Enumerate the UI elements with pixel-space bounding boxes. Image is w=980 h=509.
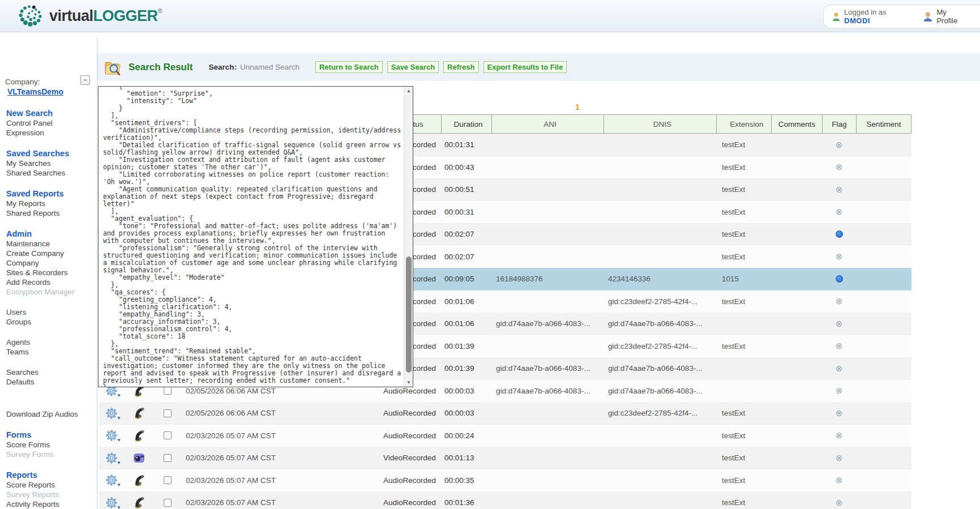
row-duration-cell: 00:01:06 — [441, 313, 491, 335]
row-flag-cell: ⊗ — [822, 469, 856, 492]
sidebar-item-expression[interactable]: Expression — [6, 128, 96, 138]
flag-circle-x-icon[interactable]: ⊗ — [836, 363, 843, 374]
table-row[interactable]: ▼ 02/03/2026 05:07 AM CSTVideoRecorded00… — [99, 447, 911, 469]
sidebar-collapse-button[interactable]: − — [80, 75, 90, 85]
row-actions-gear-icon[interactable]: ▼ — [106, 452, 118, 464]
my-profile[interactable]: My Profile — [923, 8, 968, 25]
column-header-sentiment[interactable]: Sentiment — [856, 114, 911, 134]
audio-speaker-icon[interactable] — [133, 474, 146, 487]
sidebar-item-shared-reports[interactable]: Shared Reports — [6, 208, 96, 218]
flag-circle-x-icon[interactable]: ⊗ — [836, 319, 843, 329]
return-to-search-button[interactable]: Return to Search — [315, 61, 383, 73]
table-row[interactable]: ▼ 02/03/2026 05:07 AM CSTAudioRecorded00… — [99, 491, 911, 509]
flag-circle-x-icon[interactable]: ⊗ — [836, 251, 843, 262]
page-number[interactable]: 1 — [565, 102, 590, 112]
scrollbar-thumb[interactable] — [406, 256, 412, 373]
sidebar-item-searches[interactable]: Searches — [6, 367, 96, 377]
table-row[interactable]: ▼ 02/03/2026 05:07 AM CSTAudioRecorded00… — [99, 469, 911, 492]
flag-circle-x-icon[interactable]: ⊗ — [836, 475, 843, 485]
row-checkbox[interactable] — [164, 476, 172, 484]
row-checkbox[interactable] — [164, 454, 172, 462]
sidebar-item-score-forms[interactable]: Score Forms — [6, 440, 96, 450]
flag-circle-x-icon[interactable]: ⊗ — [836, 207, 843, 217]
export-results-to-file-button[interactable]: Export Results to File — [483, 61, 567, 73]
column-header-ani[interactable]: ANI — [491, 114, 604, 134]
row-checkbox[interactable] — [164, 499, 172, 507]
sidebar-item-shared-searches[interactable]: Shared Searches — [6, 168, 96, 178]
row-extension-cell: testExt — [716, 223, 771, 246]
table-row[interactable]: ▼ 02/03/2026 05:07 AM CSTAudioRecorded00… — [99, 425, 911, 447]
column-header-flag[interactable]: Flag — [822, 114, 856, 134]
sidebar-item-activity-reports[interactable]: Activity Reports — [6, 499, 96, 509]
sidebar-heading-reports[interactable]: Reports — [6, 470, 96, 480]
sidebar-item-agents[interactable]: Agents — [6, 337, 96, 347]
flag-circle-x-icon[interactable]: ⊗ — [836, 498, 843, 508]
scroll-up-arrow[interactable]: ▲ — [404, 87, 413, 95]
sidebar-item-create-company[interactable]: Create Company — [6, 249, 96, 258]
column-header-extension[interactable]: Extension — [716, 114, 771, 134]
flag-circle-x-icon[interactable]: ⊗ — [836, 140, 843, 150]
row-actions-gear-icon[interactable]: ▼ — [106, 430, 118, 441]
flag-circle-x-icon[interactable]: ⊗ — [836, 453, 843, 463]
row-actions-gear-icon[interactable]: ▼ — [106, 497, 118, 508]
row-status-cell: AudioRecorded — [380, 491, 441, 509]
sidebar-item-my-searches[interactable]: My Searches — [6, 159, 96, 168]
sidebar-item-company[interactable]: Company — [6, 258, 96, 268]
row-checkbox[interactable] — [164, 409, 172, 417]
flag-dot-icon[interactable] — [836, 275, 843, 283]
scroll-down-arrow[interactable]: ▼ — [404, 378, 413, 387]
table-row[interactable]: ▼ 02/05/2026 06:06 AM CSTAudioRecorded00… — [99, 402, 911, 425]
flag-circle-x-icon[interactable]: ⊗ — [836, 162, 843, 172]
sidebar-item-maintenance[interactable]: Maintenance — [6, 239, 96, 249]
audio-speaker-icon[interactable] — [133, 407, 146, 420]
column-header-comments[interactable]: Comments — [771, 114, 822, 134]
sidebar-item-control-panel[interactable]: Control Panel — [6, 118, 96, 128]
sidebar-heading-new-search[interactable]: New Search — [6, 109, 96, 118]
sidebar-item-teams[interactable]: Teams — [6, 347, 96, 357]
row-ani-cell — [491, 491, 604, 509]
sidebar-heading-saved-reports[interactable]: Saved Reports — [6, 189, 96, 199]
flag-circle-x-icon[interactable]: ⊗ — [836, 341, 843, 351]
column-header-duration[interactable]: Duration — [441, 114, 491, 134]
refresh-button[interactable]: Refresh — [443, 61, 478, 73]
row-dnis-cell: gid:d74aae7b-a066-4083-... — [604, 357, 716, 380]
sidebar-item-download-zip-audios[interactable]: Download Zip Audios — [6, 409, 96, 419]
column-header-dnis[interactable]: DNIS — [604, 114, 716, 134]
save-search-button[interactable]: Save Search — [387, 61, 439, 73]
sidebar-item-add-records[interactable]: Add Records — [6, 277, 96, 287]
row-empty-cell — [856, 268, 911, 290]
row-actions-gear-icon[interactable]: ▼ — [106, 474, 118, 486]
flag-circle-x-icon[interactable]: ⊗ — [836, 386, 843, 396]
row-dnis-cell — [604, 425, 716, 447]
row-ani-cell — [491, 290, 604, 313]
flag-circle-x-icon[interactable]: ⊗ — [836, 408, 843, 418]
video-recording-icon[interactable] — [133, 452, 145, 464]
flag-circle-x-icon[interactable]: ⊗ — [836, 185, 843, 195]
row-dnis-cell: gid:c23deef2-2785-42f4-... — [604, 290, 716, 313]
row-empty-cell — [856, 425, 911, 447]
sidebar-item-groups[interactable]: Groups — [6, 317, 96, 327]
row-checkbox[interactable] — [164, 431, 172, 439]
sidebar-heading-forms[interactable]: Forms — [6, 430, 96, 440]
analysis-popup[interactable]: { "emotion": "Surprise", "intensity": "L… — [98, 86, 413, 387]
popup-scrollbar[interactable]: ▲ ▼ — [404, 87, 413, 387]
row-checkbox[interactable] — [164, 387, 172, 395]
audio-speaker-icon[interactable] — [133, 496, 146, 509]
sidebar-heading-saved-searches[interactable]: Saved Searches — [6, 149, 96, 159]
sidebar-item-users[interactable]: Users — [6, 307, 96, 317]
sidebar-heading-admin[interactable]: Admin — [6, 229, 96, 239]
row-actions-gear-icon[interactable]: ▼ — [106, 408, 118, 419]
row-empty-cell — [771, 357, 822, 380]
row-ani-cell — [491, 178, 604, 201]
flag-dot-icon[interactable] — [836, 230, 843, 238]
sidebar-item-my-reports[interactable]: My Reports — [6, 199, 96, 208]
company-link[interactable]: VLTeamsDemo — [7, 87, 63, 96]
sidebar-item-sites-recorders[interactable]: Sites & Recorders — [6, 268, 96, 277]
sidebar-item-defaults[interactable]: Defaults — [6, 377, 96, 387]
sidebar-item-score-reports[interactable]: Score Reports — [6, 480, 96, 490]
flag-circle-x-icon[interactable]: ⊗ — [836, 296, 843, 306]
flag-circle-x-icon[interactable]: ⊗ — [836, 430, 843, 440]
audio-speaker-icon[interactable] — [133, 429, 146, 442]
row-flag-cell: ⊗ — [822, 447, 856, 469]
row-ani-cell: gid:d74aae7b-a066-4083-... — [491, 313, 604, 335]
